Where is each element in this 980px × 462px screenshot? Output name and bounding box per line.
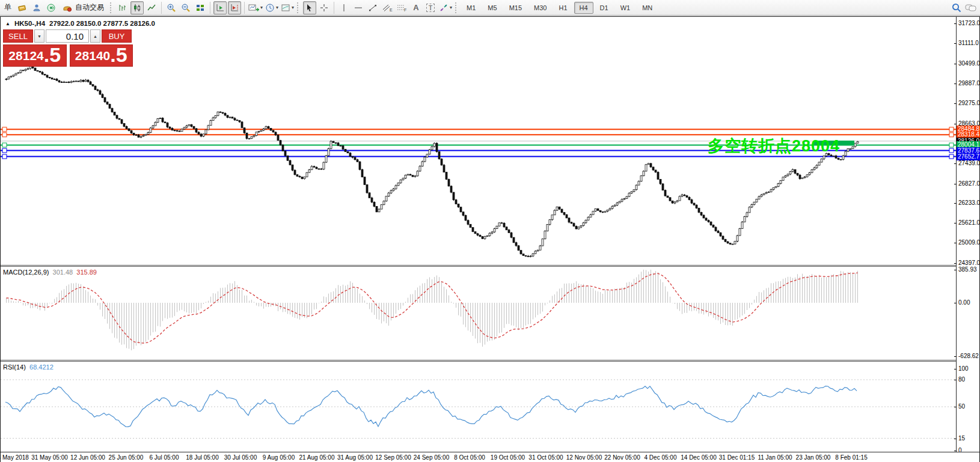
time-axis-label: 23 Jan 05:00 xyxy=(796,454,831,461)
line-handle[interactable] xyxy=(949,133,954,137)
axis-tick-mark xyxy=(954,451,957,451)
rsi-canvas[interactable] xyxy=(1,362,956,452)
volume-decrement-button[interactable]: ▼ xyxy=(34,29,44,43)
axis-tick-mark xyxy=(954,203,957,204)
timeframe-button-d1[interactable]: D1 xyxy=(595,2,614,14)
template-button[interactable]: ▾ xyxy=(280,1,295,14)
price-axis-label: 25621.0 xyxy=(958,219,980,226)
line-handle[interactable] xyxy=(949,148,954,153)
zoom-in-button[interactable] xyxy=(165,1,178,14)
arrows-tool-button[interactable]: ▾ xyxy=(438,1,453,14)
time-axis-label: 31 Dec 01:15 xyxy=(719,454,755,461)
line-handle[interactable] xyxy=(2,148,7,153)
horizontal-line-tool-button[interactable] xyxy=(352,1,365,14)
line-handle[interactable] xyxy=(949,127,954,132)
sell-price-main: 28124 xyxy=(8,47,43,65)
macd-axis-label: 385.93 xyxy=(958,266,977,273)
volume-input[interactable] xyxy=(46,29,89,43)
sell-price-frac: .5 xyxy=(44,44,61,65)
line-handle[interactable] xyxy=(949,154,954,159)
signal-icon[interactable] xyxy=(44,1,58,14)
new-chart-button[interactable]: ▾ xyxy=(248,1,263,14)
timeframe-button-h1[interactable]: H1 xyxy=(553,2,572,14)
trendline-tool-button[interactable] xyxy=(366,1,379,14)
timeframe-button-w1[interactable]: W1 xyxy=(615,2,636,14)
fibonacci-tool-button[interactable]: F xyxy=(395,1,408,14)
timeframe-button-m15[interactable]: M15 xyxy=(504,2,527,14)
toolbar-grip[interactable] xyxy=(297,2,299,13)
chart-shift-button[interactable] xyxy=(228,1,241,14)
macd-indicator-pane[interactable]: MACD(12,26,9) 301.48 315.89 xyxy=(1,267,956,360)
price-axis-label: 24397.0 xyxy=(958,260,980,267)
axis-tick-mark xyxy=(954,243,957,243)
toolbar-separator xyxy=(210,2,210,14)
timeframe-button-m30[interactable]: M30 xyxy=(528,2,552,14)
line-handle[interactable] xyxy=(2,133,7,137)
timeframe-button-mn[interactable]: MN xyxy=(637,2,658,14)
price-axis-label: 25009.0 xyxy=(958,239,980,246)
autotrading-button[interactable]: 自动交易 xyxy=(59,1,108,14)
axis-tick-mark xyxy=(954,303,957,303)
timeframe-button-m1[interactable]: M1 xyxy=(461,2,481,14)
chat-icon[interactable] xyxy=(964,1,978,14)
time-axis-label: 19 Oct 05:00 xyxy=(491,454,525,461)
tile-windows-button[interactable] xyxy=(194,1,207,14)
market-watch-icon[interactable] xyxy=(16,1,29,14)
rsi-indicator-pane[interactable]: RSI(14) 68.4212 xyxy=(1,362,956,452)
time-axis-label: 14 Dec 05:00 xyxy=(681,454,717,461)
toolbar-grip[interactable] xyxy=(110,2,112,13)
timeframe-button-m5[interactable]: M5 xyxy=(482,2,502,14)
line-handle[interactable] xyxy=(2,154,7,159)
auto-scroll-button[interactable] xyxy=(213,1,227,14)
buy-price-quote[interactable]: 28140 .5 xyxy=(70,44,133,67)
label-tool-button[interactable]: T xyxy=(424,1,437,14)
axis-tick-mark xyxy=(954,84,957,84)
axis-tick-mark xyxy=(954,23,957,24)
vertical-line-tool-button[interactable] xyxy=(337,1,351,14)
period-button[interactable]: ▾ xyxy=(265,1,279,14)
new-order-button[interactable]: 单 xyxy=(1,1,14,14)
zoom-out-button[interactable] xyxy=(179,1,192,14)
macd-value-signal: 315.89 xyxy=(76,269,97,276)
price-axis-label: 31723.0 xyxy=(958,20,980,27)
line-chart-type-button[interactable] xyxy=(145,1,158,14)
price-chart-pane[interactable]: 多空转折点28004 ▲ HK50-,H4 27922.0 28150.0 27… xyxy=(1,17,956,265)
cursor-tool-button[interactable] xyxy=(303,1,316,14)
time-axis[interactable]: 18 May 201831 May 05:0012 Jun 05:0025 Ju… xyxy=(1,452,979,462)
candlestick-chart-type-button[interactable] xyxy=(130,1,144,14)
time-axis-label: 11 Jan 05:00 xyxy=(758,454,792,461)
collapse-triangle-icon[interactable]: ▲ xyxy=(5,21,10,26)
crosshair-tool-button[interactable] xyxy=(317,1,331,14)
svg-text:E: E xyxy=(390,8,393,12)
rsi-axis-label: 80 xyxy=(958,376,965,383)
buy-button[interactable]: BUY xyxy=(102,29,132,43)
text-tool-button[interactable]: A xyxy=(409,1,423,14)
price-axis-label: 30499.0 xyxy=(958,60,980,67)
autotrading-label: 自动交易 xyxy=(75,2,104,13)
chart-text-annotation[interactable]: 多空转折点28004 xyxy=(708,135,840,157)
line-handle[interactable] xyxy=(949,143,954,147)
macd-value-main: 301.48 xyxy=(53,269,73,276)
time-axis-label: 4 Dec 05:00 xyxy=(645,454,677,461)
sell-price-quote[interactable]: 28124 .5 xyxy=(3,44,67,67)
axis-tick-mark xyxy=(954,369,957,369)
time-axis-label: 18 Jul 05:00 xyxy=(186,454,219,461)
price-axis-column[interactable]: 31723.031111.030499.029887.029275.028663… xyxy=(956,17,979,452)
bar-chart-type-button[interactable] xyxy=(116,1,129,14)
price-axis-label: 26233.0 xyxy=(958,199,980,207)
search-icon[interactable] xyxy=(950,1,963,14)
volume-increment-button[interactable]: ▲ xyxy=(90,29,100,43)
macd-canvas[interactable] xyxy=(1,267,956,360)
toolbar-grip[interactable] xyxy=(455,2,458,13)
rsi-line xyxy=(5,386,857,427)
metaeditor-icon[interactable] xyxy=(30,1,43,14)
sell-button[interactable]: SELL xyxy=(3,29,33,43)
time-axis-label: 6 Jul 05:00 xyxy=(150,454,179,461)
timeframe-button-h4[interactable]: H4 xyxy=(574,2,593,14)
line-handle[interactable] xyxy=(2,127,7,132)
equidistant-channel-tool-button[interactable]: E xyxy=(381,1,394,14)
rsi-axis-label: 50 xyxy=(958,403,965,410)
line-handle[interactable] xyxy=(2,143,7,147)
time-axis-label: 9 Aug 05:00 xyxy=(263,454,295,461)
macd-axis-label: -628.62 xyxy=(958,353,979,360)
